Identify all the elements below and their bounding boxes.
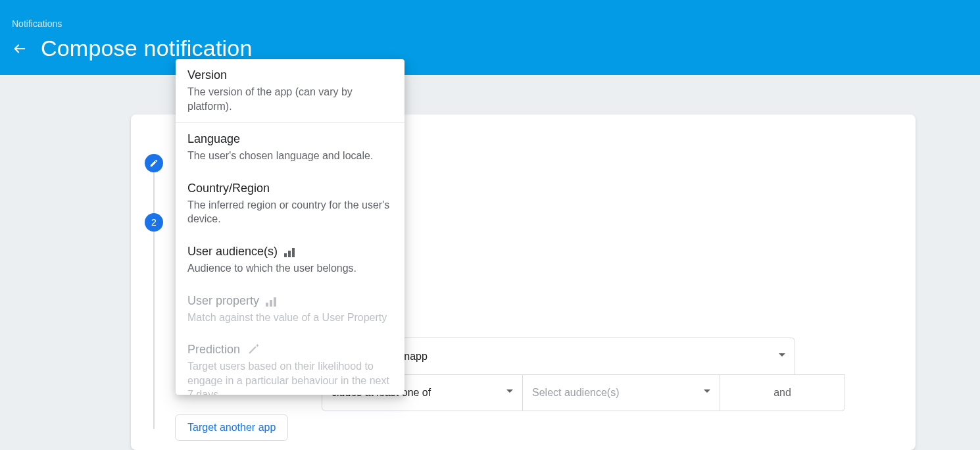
target-another-app-button[interactable]: Target another app xyxy=(175,414,288,441)
dropdown-item-desc: The version of the app (can vary by plat… xyxy=(187,85,393,113)
dropdown-item-user-property: User property Match against the value of… xyxy=(176,285,404,334)
dropdown-item-label: Prediction xyxy=(187,343,240,357)
stepper: 2 xyxy=(145,154,163,429)
dropdown-item-user-audiences[interactable]: User audience(s) Audience to which the u… xyxy=(176,236,404,285)
dropdown-item-prediction: Prediction Target users based on their l… xyxy=(176,334,404,395)
dropdown-item-desc: Target users based on their likelihood t… xyxy=(187,359,393,395)
step-2-target[interactable]: 2 xyxy=(145,213,163,232)
dropdown-item-version[interactable]: Version The version of the app (can vary… xyxy=(176,59,404,122)
chevron-down-icon xyxy=(704,389,710,396)
dropdown-item-country[interactable]: Country/Region The inferred region or co… xyxy=(176,172,404,236)
analytics-icon xyxy=(266,295,278,307)
dropdown-item-label: User property xyxy=(187,294,259,308)
dropdown-item-label: User audience(s) xyxy=(187,245,278,259)
page-title: Compose notification xyxy=(41,36,253,61)
conjunction-cell[interactable]: and xyxy=(720,374,845,411)
page-header: Notifications Compose notification xyxy=(0,0,980,75)
dropdown-item-desc: Match against the value of a User Proper… xyxy=(187,311,393,325)
step-1-notification[interactable] xyxy=(145,154,163,172)
back-arrow-icon[interactable] xyxy=(12,41,28,57)
dropdown-item-desc: Audience to which the user belongs. xyxy=(187,261,393,276)
audience-select[interactable]: Select audience(s) xyxy=(523,374,720,411)
dropdown-item-desc: The inferred region or country for the u… xyxy=(187,198,393,226)
dropdown-item-label: Version xyxy=(187,68,227,82)
stepper-line xyxy=(153,172,155,213)
dropdown-item-language[interactable]: Language The user's chosen language and … xyxy=(176,123,404,172)
conjunction-label: and xyxy=(773,387,791,399)
chevron-down-icon xyxy=(506,389,513,396)
dropdown-item-label: Country/Region xyxy=(187,182,270,195)
dropdown-scroll[interactable]: Version The version of the app (can vary… xyxy=(176,59,404,395)
wand-icon xyxy=(247,344,258,356)
chevron-down-icon xyxy=(779,353,785,360)
stepper-line xyxy=(153,232,155,429)
breadcrumb[interactable]: Notifications xyxy=(12,18,968,29)
analytics-icon xyxy=(284,245,296,257)
dropdown-item-desc: The user's chosen language and locale. xyxy=(187,149,393,163)
audience-select-placeholder: Select audience(s) xyxy=(532,387,620,399)
dropdown-item-label: Language xyxy=(187,132,240,146)
filter-type-dropdown: Version The version of the app (can vary… xyxy=(176,59,404,395)
